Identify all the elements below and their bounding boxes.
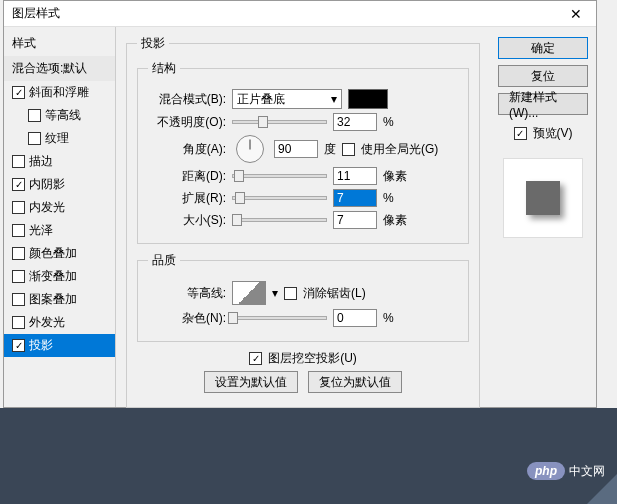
style-item-label: 等高线	[45, 107, 81, 124]
spread-slider[interactable]	[232, 196, 327, 200]
style-item-label: 纹理	[45, 130, 69, 147]
style-item[interactable]: 纹理	[4, 127, 115, 150]
style-checkbox[interactable]	[28, 132, 41, 145]
global-light-label: 使用全局光(G)	[361, 141, 438, 158]
knockout-label: 图层挖空投影(U)	[268, 350, 357, 367]
spread-input[interactable]: 7	[333, 189, 377, 207]
style-item-label: 渐变叠加	[29, 268, 77, 285]
opacity-label: 不透明度(O):	[148, 114, 226, 131]
opacity-slider[interactable]	[232, 120, 327, 124]
reset-default-button[interactable]: 复位为默认值	[308, 371, 402, 393]
chevron-down-icon: ▾	[331, 92, 337, 106]
style-item[interactable]: 外发光	[4, 311, 115, 334]
style-item-label: 光泽	[29, 222, 53, 239]
distance-label: 距离(D):	[148, 168, 226, 185]
style-item[interactable]: 斜面和浮雕	[4, 81, 115, 104]
chevron-down-icon[interactable]: ▾	[272, 286, 278, 300]
percent-unit-3: %	[383, 311, 394, 325]
style-checkbox[interactable]	[12, 316, 25, 329]
shadow-color-swatch[interactable]	[348, 89, 388, 109]
size-slider[interactable]	[232, 218, 327, 222]
percent-unit-2: %	[383, 191, 394, 205]
distance-input[interactable]: 11	[333, 167, 377, 185]
opacity-input[interactable]: 32	[333, 113, 377, 131]
angle-label: 角度(A):	[148, 141, 226, 158]
noise-slider[interactable]	[232, 316, 327, 320]
preview-box	[503, 158, 583, 238]
styles-sidebar: 样式 混合选项:默认 斜面和浮雕等高线纹理描边内阴影内发光光泽颜色叠加渐变叠加图…	[4, 27, 116, 407]
pixel-unit-2: 像素	[383, 212, 407, 229]
quality-legend: 品质	[148, 252, 180, 269]
style-item-label: 外发光	[29, 314, 65, 331]
style-checkbox[interactable]	[12, 339, 25, 352]
style-checkbox[interactable]	[12, 178, 25, 191]
contour-label: 等高线:	[148, 285, 226, 302]
make-default-button[interactable]: 设置为默认值	[204, 371, 298, 393]
style-item-label: 图案叠加	[29, 291, 77, 308]
blend-mode-label: 混合模式(B):	[148, 91, 226, 108]
sidebar-heading: 样式	[4, 31, 115, 56]
blend-mode-value: 正片叠底	[237, 91, 285, 108]
settings-panel: 投影 结构 混合模式(B): 正片叠底 ▾ 不透明度(O):	[116, 27, 490, 407]
style-checkbox[interactable]	[12, 224, 25, 237]
ok-button[interactable]: 确定	[498, 37, 588, 59]
style-item[interactable]: 内发光	[4, 196, 115, 219]
global-light-checkbox[interactable]	[342, 143, 355, 156]
blend-mode-select[interactable]: 正片叠底 ▾	[232, 89, 342, 109]
page-fold	[587, 474, 617, 504]
style-item[interactable]: 描边	[4, 150, 115, 173]
style-item-label: 内阴影	[29, 176, 65, 193]
style-item[interactable]: 渐变叠加	[4, 265, 115, 288]
style-checkbox[interactable]	[12, 86, 25, 99]
style-checkbox[interactable]	[12, 201, 25, 214]
layer-style-dialog: 图层样式 ✕ 样式 混合选项:默认 斜面和浮雕等高线纹理描边内阴影内发光光泽颜色…	[3, 0, 597, 408]
preview-checkbox[interactable]	[514, 127, 527, 140]
spread-label: 扩展(R):	[148, 190, 226, 207]
style-checkbox[interactable]	[28, 109, 41, 122]
style-item-label: 描边	[29, 153, 53, 170]
page-footer: php 中文网	[0, 408, 617, 504]
style-item[interactable]: 投影	[4, 334, 115, 357]
style-item-label: 投影	[29, 337, 53, 354]
percent-unit: %	[383, 115, 394, 129]
watermark-php: php	[527, 462, 565, 480]
style-item[interactable]: 颜色叠加	[4, 242, 115, 265]
distance-slider[interactable]	[232, 174, 327, 178]
degree-unit: 度	[324, 141, 336, 158]
style-item[interactable]: 图案叠加	[4, 288, 115, 311]
structure-legend: 结构	[148, 60, 180, 77]
style-item-label: 斜面和浮雕	[29, 84, 89, 101]
style-item[interactable]: 内阴影	[4, 173, 115, 196]
action-panel: 确定 复位 新建样式(W)... 预览(V)	[490, 27, 596, 407]
structure-group: 结构 混合模式(B): 正片叠底 ▾ 不透明度(O): 32 %	[137, 60, 469, 244]
size-input[interactable]: 7	[333, 211, 377, 229]
style-checkbox[interactable]	[12, 293, 25, 306]
dialog-title: 图层样式	[12, 5, 60, 22]
new-style-button[interactable]: 新建样式(W)...	[498, 93, 588, 115]
style-item-label: 内发光	[29, 199, 65, 216]
antialias-checkbox[interactable]	[284, 287, 297, 300]
quality-group: 品质 等高线: ▾ 消除锯齿(L) 杂色(N): 0 %	[137, 252, 469, 342]
contour-picker[interactable]	[232, 281, 266, 305]
close-button[interactable]: ✕	[556, 1, 596, 27]
style-item[interactable]: 等高线	[4, 104, 115, 127]
drop-shadow-section: 投影 结构 混合模式(B): 正片叠底 ▾ 不透明度(O):	[126, 35, 480, 408]
angle-dial[interactable]	[236, 135, 264, 163]
style-item[interactable]: 光泽	[4, 219, 115, 242]
style-checkbox[interactable]	[12, 155, 25, 168]
blend-options-item[interactable]: 混合选项:默认	[4, 56, 115, 81]
angle-input[interactable]: 90	[274, 140, 318, 158]
noise-input[interactable]: 0	[333, 309, 377, 327]
pixel-unit: 像素	[383, 168, 407, 185]
style-item-label: 颜色叠加	[29, 245, 77, 262]
titlebar[interactable]: 图层样式 ✕	[4, 1, 596, 27]
antialias-label: 消除锯齿(L)	[303, 285, 366, 302]
preview-swatch	[526, 181, 560, 215]
style-checkbox[interactable]	[12, 270, 25, 283]
style-checkbox[interactable]	[12, 247, 25, 260]
noise-label: 杂色(N):	[148, 310, 226, 327]
knockout-checkbox[interactable]	[249, 352, 262, 365]
section-title: 投影	[137, 35, 169, 52]
size-label: 大小(S):	[148, 212, 226, 229]
reset-button[interactable]: 复位	[498, 65, 588, 87]
